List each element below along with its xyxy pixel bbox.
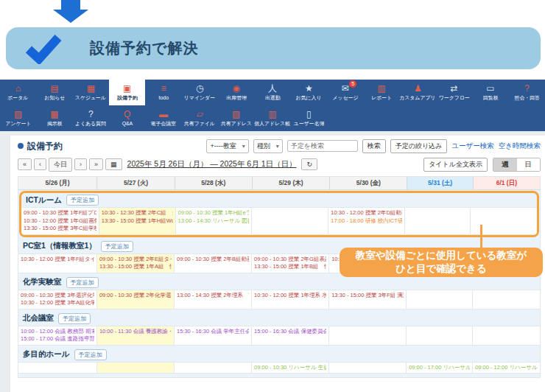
event-item[interactable]: 13:30 - 15:00 授業 1年H組Word基本… [102,217,173,225]
event-item[interactable]: 09:00 - 10:30 授業 2年化学選択 酸… [99,292,172,300]
event-cell[interactable]: 09:00 - 10:30 リハーサル 生徒総会… [252,363,329,374]
nav-item-facility-reservation[interactable]: ▣設備予約 [109,80,145,105]
event-cell[interactable]: 09:00 - 10:30 授業 2年化学選択 酸… [97,290,175,309]
user-search-link[interactable]: ユーザー検索 [451,141,493,151]
event-cell[interactable]: 09:00 - 12:00 リハーサル 演劇部 大… [473,363,540,374]
event-cell[interactable]: 09:00 - 10:30 授業 3年選択化学 酸…10:30 - 12:00 … [18,290,97,309]
event-cell[interactable] [329,363,407,374]
nav-item-shared-address[interactable]: ▨共有アドレス [218,105,254,131]
event-item[interactable]: 09:00 - 12:00 リハーサル 演劇部 大… [475,364,538,372]
event-cell[interactable]: 09:00 - 10:30 授業 2年B組動画編集… [175,254,252,273]
day-header-cell[interactable]: 5/28 (水) [175,177,253,189]
nav-item-clock-in-out[interactable]: 人出退勤 [254,80,290,105]
event-item[interactable]: 10:30 - 12:00 授業 3年A組化学反応… [21,299,94,307]
day-header-cell[interactable]: 5/27 (火) [97,177,175,189]
day-header-cell[interactable]: 5/29 (木) [253,177,330,189]
type-select[interactable]: 種別 ▾ [253,139,283,153]
event-cell[interactable]: 09:00 - 10:30 授業 1年H組eラーニ…13:00 - 14:30 … [176,208,253,234]
nav-item-todo[interactable]: ≡todo [145,80,181,105]
date-range[interactable]: 2025年 5月 26日（月） ― 2025年 6月 1日（日） [127,159,297,169]
event-item[interactable]: 13:30 - 15:00 授業 3年F組 滴定実験… [331,292,404,300]
event-cell[interactable]: 10:00 - 11:30 会議 養護教諭・カウ… [97,326,175,345]
today-button[interactable]: 今日 [49,158,72,172]
event-cell[interactable] [473,290,540,309]
event-cell[interactable] [252,208,328,234]
nav-item-custom-app[interactable]: ♟カスタムアプリ [400,80,436,105]
nav-item-reminder[interactable]: ◷リマインダー [182,80,218,105]
event-cell[interactable] [473,326,540,345]
event-cell[interactable]: 10:00 - 12:00 会議 教務部 期末テス…15:00 - 17:00 … [18,326,97,345]
calendar-picker-icon[interactable]: ▦ [105,158,122,170]
nav-item-message[interactable]: ✉5メッセージ [327,80,363,105]
event-cell[interactable] [175,363,252,374]
nav-item-notice[interactable]: ▤お知らせ [36,80,72,105]
day-header-cell[interactable]: 6/1 (日) [474,177,540,189]
nav-item-favorites[interactable]: ★お気に入り [291,80,327,105]
event-cell[interactable]: 10:30 - 12:00 授業 2年D組動画教材…17:00 - 18:00 … [328,208,405,234]
day-view-button[interactable]: 日 [517,158,541,171]
nav-item-inquiry-answer[interactable]: ?照会・回答 [509,80,545,105]
event-cell[interactable]: 10:30 - 12:30 授業 2年C組 タブレ…13:30 - 15:00 … [99,208,176,234]
add-schedule-button[interactable]: 予定追加 [66,195,99,206]
event-item[interactable]: 13:00 - 14:30 リハーサル 図書委員… [178,217,250,225]
event-cell[interactable] [405,208,471,234]
full-title-button[interactable]: タイトル全文表示 [423,158,488,172]
event-item[interactable]: 09:00 - 10:30 授業 2年E組タイピン… [99,256,172,264]
event-cell[interactable] [329,326,407,345]
next-week-button[interactable]: › [74,158,87,170]
nav-item-workflow[interactable]: ⇄ワークフロー [436,80,472,105]
event-item[interactable]: 09:00 - 10:30 授業 2年B組動画編集… [177,256,249,264]
event-item[interactable]: 09:00 - 10:30 授業 1年H組eラーニ… [178,209,250,217]
event-item[interactable]: 10:30 - 12:00 授業 1年理系 水溶液… [254,292,326,300]
event-cell[interactable] [407,326,473,345]
event-item[interactable]: 13:30 - 15:00 授業 3年C組学校行事… [24,225,96,233]
event-cell[interactable]: 13:30 - 15:00 授業 3年F組 滴定実験… [329,290,407,309]
event-item[interactable]: 09:00 - 10:30 授業 3年選択化学 酸… [21,292,94,300]
nav-item-personal-address[interactable]: ▥個人アドレス帳 [254,105,290,131]
event-item[interactable]: 09:00 - 10:30 授業 2年G組表計算ソ… [254,256,326,264]
nav-item-qa[interactable]: QQ&A [109,105,145,131]
nav-item-report[interactable]: ▥レポート [363,80,399,105]
day-header-cell[interactable]: 5/26 (月) [18,177,97,189]
first-week-button[interactable]: « [18,158,32,170]
free-time-search-link[interactable]: 空き時間検索 [499,141,541,151]
add-schedule-button[interactable]: 予定追加 [101,241,133,252]
nav-item-attendance[interactable]: ◉出席管理 [218,80,254,105]
event-item[interactable]: 17:00 - 18:00 研修 校内ICT研修（Te… [331,217,402,225]
event-item[interactable]: 10:30 - 12:30 授業 2年C組 タブレ… [102,209,173,217]
nav-item-user-roster[interactable]: ▯ユーザー名簿 [291,105,327,131]
event-cell[interactable]: 13:00 - 14:30 授業 2年理系 実験実技 [175,290,252,309]
event-item[interactable]: 09:00 - 10:30 授業 1年F組プログラ… [24,209,96,217]
schedule-search-input[interactable] [287,140,358,152]
event-item[interactable]: 13:00 - 14:30 授業 2年理系 実験実技 [177,292,249,300]
day-header-cell[interactable]: 5/31 (土) [407,177,473,189]
nav-item-bulletin-board[interactable]: ▩掲示板 [36,105,72,131]
nav-item-home[interactable]: ⌂ポータル [0,80,36,105]
refresh-icon[interactable]: ↻ [301,158,317,170]
nav-item-faq[interactable]: ?よくある質問 [73,105,109,131]
prev-week-button[interactable]: ‹ [34,158,46,170]
event-cell[interactable] [407,290,473,309]
week-view-button[interactable]: 週 [493,158,517,171]
day-header-cell[interactable]: 5/30 (金) [330,177,407,189]
event-item[interactable]: 10:00 - 11:30 会議 養護教諭・カウ… [99,328,172,336]
nav-item-e-meeting[interactable]: ▬電子会議室 [145,105,181,131]
add-schedule-button[interactable]: 予定追加 [74,349,107,360]
room-category-select[interactable]: +----教室 ▾ [206,139,248,153]
add-schedule-button[interactable]: 予定追加 [66,277,99,288]
event-item[interactable]: 10:30 - 12:00 授業 1年G組画像編集… [24,217,96,225]
search-button[interactable]: 検索 [362,139,386,153]
event-item[interactable]: 15:00 - 17:00 会議 進路指導部 大学… [21,335,94,343]
nav-item-survey[interactable]: ▧アンケート [0,105,36,131]
event-cell[interactable]: 10:30 - 12:00 授業 1年F組タイピン… [18,254,97,273]
event-item[interactable]: 10:30 - 12:00 授業 2年D組動画教材… [331,209,402,217]
event-cell[interactable]: 15:30 - 16:30 会議 学年主任会 進路… [175,326,252,345]
event-item[interactable]: 13:30 - 15:00 授業 1年A組 情報の… [99,263,172,271]
event-cell[interactable]: 09:00 - 17:00 リハーサル 吹奏楽部… [407,363,473,374]
event-cell[interactable]: 09:00 - 10:30 授業 1年F組プログラ…10:30 - 12:00 … [21,208,99,234]
event-cell[interactable]: 10:30 - 12:00 授業 1年理系 水溶液… [252,290,329,309]
event-item[interactable]: 10:30 - 12:00 授業 1年F組タイピン… [21,256,94,264]
event-item[interactable]: 09:00 - 10:30 リハーサル 生徒総会… [254,364,326,372]
last-week-button[interactable]: » [89,158,103,170]
event-cell[interactable]: 15:00 - 16:30 会議 保健委員会 熱中… [252,326,329,345]
